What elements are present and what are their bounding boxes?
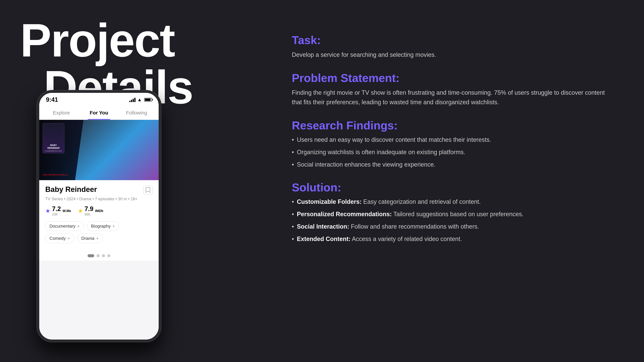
imdb-score: 7.9 <box>84 205 94 212</box>
star-purple-icon: ★ <box>45 207 50 214</box>
tab-explore[interactable]: Explore <box>42 107 80 120</box>
solution-term-3: Social Interaction: <box>297 223 349 230</box>
left-panel: Project Details 9:41 <box>20 13 272 349</box>
dot-2[interactable] <box>96 254 100 257</box>
genre-documentary[interactable]: Documentary + <box>45 221 84 231</box>
task-section: Task: Develop a service for searching an… <box>292 33 614 60</box>
bookmark-button[interactable] <box>143 185 152 195</box>
genre-drama[interactable]: Drama + <box>77 234 103 243</box>
genre-biography[interactable]: Biography + <box>87 221 119 231</box>
phone-frame: 9:41 ▲ <box>37 90 161 342</box>
research-bullets: Users need an easy way to discover conte… <box>292 135 614 169</box>
problem-text: Finding the right movie or TV show is of… <box>292 88 614 107</box>
pagination-dots <box>39 251 159 261</box>
research-section: Research Findings: Users need an easy wa… <box>292 119 614 169</box>
genre-plus-documentary: + <box>77 224 80 229</box>
task-description: Develop a service for searching and sele… <box>292 50 614 60</box>
solution-term-2: Personalized Recommendations: <box>297 211 392 218</box>
rating-wme: ★ 7.2 23K W.Me <box>45 205 71 216</box>
dot-3[interactable] <box>102 254 105 257</box>
wifi-icon: ▲ <box>137 97 142 102</box>
solution-bullets: Customizable Folders: Easy categorizatio… <box>292 197 614 244</box>
ratings-row: ★ 7.2 23K W.Me ★ 7.9 96K <box>45 205 152 216</box>
poster-subtitle: a captivating true story <box>45 150 62 152</box>
phone-mockup: 9:41 ▲ <box>37 90 161 342</box>
dot-4[interactable] <box>107 254 110 257</box>
netflix-badge: ONLY ON NETFLIX APRIL 11 <box>43 174 68 176</box>
dot-1[interactable] <box>88 254 94 257</box>
hero-poster: BABY REINDEER a captivating true story <box>42 123 64 153</box>
genre-comedy[interactable]: Comedy + <box>45 234 74 243</box>
rating-imdb: ★ 7.9 96K IMDb <box>78 205 103 216</box>
wme-score: 7.2 <box>52 205 61 212</box>
solution-heading: Solution: <box>292 181 614 194</box>
wme-count: 23K <box>52 213 61 216</box>
solution-term-4: Extended Content: <box>297 236 350 242</box>
imdb-count: 96K <box>84 213 94 216</box>
star-yellow-icon: ★ <box>78 207 83 214</box>
nav-tabs: Explore For You Following <box>39 105 159 120</box>
status-bar: 9:41 ▲ <box>39 93 159 105</box>
imdb-label: IMDb <box>95 209 103 213</box>
genre-row-1: Documentary + Biography + <box>45 221 152 231</box>
title-line1: Project <box>20 14 174 66</box>
bookmark-icon <box>146 187 150 193</box>
tab-for-you[interactable]: For You <box>80 107 118 120</box>
movie-title-row: Baby Reindeer <box>45 185 152 195</box>
hero-figures <box>75 120 159 180</box>
movie-info: Baby Reindeer TV Series • 2024 • Drama •… <box>39 180 159 251</box>
tab-following[interactable]: Following <box>118 107 155 120</box>
solution-text-3: Follow and share recommendations with ot… <box>349 223 479 230</box>
solution-text-1: Easy categorization and retrieval of con… <box>362 198 481 205</box>
wme-label: W.Me <box>62 209 71 213</box>
page-layout: Project Details 9:41 <box>0 0 644 362</box>
solution-text-4: Access a variety of related video conten… <box>350 236 462 242</box>
solution-bullet-4: Extended Content: Access a variety of re… <box>292 234 614 244</box>
right-panel: Task: Develop a service for searching an… <box>285 13 624 349</box>
research-heading: Research Findings: <box>292 119 614 132</box>
problem-heading: Problem Statement: <box>292 71 614 84</box>
movie-meta: TV Series • 2024 • Drama • 7 episodes • … <box>45 197 152 201</box>
signal-icon <box>129 97 136 102</box>
solution-bullet-1: Customizable Folders: Easy categorizatio… <box>292 197 614 206</box>
genre-row-2: Comedy + Drama + <box>45 234 152 243</box>
status-icons: ▲ <box>129 97 152 102</box>
task-heading: Task: <box>292 33 614 46</box>
solution-bullet-3: Social Interaction: Follow and share rec… <box>292 222 614 231</box>
research-bullet-2: Organizing watchlists is often inadequat… <box>292 148 614 157</box>
solution-term-1: Customizable Folders: <box>297 198 362 205</box>
poster-title: BABY REINDEER <box>44 144 63 149</box>
solution-text-2: Tailored suggestions based on user prefe… <box>392 211 524 218</box>
genre-plus-biography: + <box>112 224 115 229</box>
research-bullet-1: Users need an easy way to discover conte… <box>292 135 614 144</box>
battery-icon <box>144 98 152 102</box>
genre-plus-comedy: + <box>68 236 70 241</box>
problem-section: Problem Statement: Finding the right mov… <box>292 71 614 107</box>
solution-section: Solution: Customizable Folders: Easy cat… <box>292 181 614 244</box>
genre-plus-drama: + <box>96 236 98 241</box>
movie-title: Baby Reindeer <box>45 185 97 194</box>
research-bullet-3: Social interaction enhances the viewing … <box>292 160 614 169</box>
solution-bullet-2: Personalized Recommendations: Tailored s… <box>292 210 614 219</box>
hero-image: BABY REINDEER a captivating true story O… <box>39 120 159 180</box>
status-time: 9:41 <box>46 96 58 103</box>
